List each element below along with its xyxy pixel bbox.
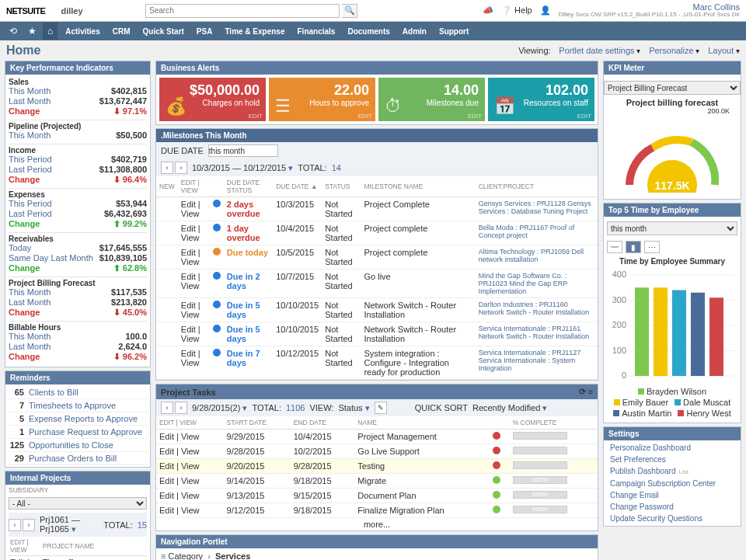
kpi-meter-portlet: KPI Meter Project Billing Forecast Proje… (603, 61, 741, 200)
alert-tile[interactable]: $50,000.00Charges on hold 💰 EDIT (159, 78, 266, 121)
status-dot-icon (213, 224, 221, 231)
settings-link[interactable]: Publish DashboardList (607, 465, 737, 478)
main-nav: ⟲ ★ ⌂ ActivitiesCRMQuick StartPSATime & … (0, 22, 746, 40)
svg-text:300: 300 (612, 295, 626, 304)
nav-crm[interactable]: CRM (106, 27, 137, 36)
nav-activities[interactable]: Activities (59, 27, 106, 36)
user-menu[interactable]: Marc Collins Dilley Svcs OW SRP v15.2_Bu… (559, 3, 740, 19)
nav-star-icon[interactable]: ★ (23, 23, 41, 40)
pt-more-link[interactable]: more... (364, 520, 390, 529)
pt-range-select[interactable]: 9/28/2015(2) ▾ (192, 403, 247, 413)
reminder-row[interactable]: 5Expense Reports to Approve (9, 412, 147, 426)
nav-support[interactable]: Support (433, 27, 475, 36)
status-dot-icon (213, 248, 221, 256)
feedback-icon[interactable]: 📣 (483, 5, 493, 16)
bar (691, 293, 705, 376)
milestone-row: Edit | View Due today10/5/2015Not Starte… (156, 245, 598, 270)
settings-link[interactable]: Set Preferences (607, 454, 737, 465)
status-dot-icon (493, 432, 500, 440)
nav-quick-start[interactable]: Quick Start (137, 27, 190, 36)
task-row: Edit | View 9/13/20159/15/2015Document P… (156, 489, 598, 503)
status-dot-icon (493, 491, 500, 499)
settings-link[interactable]: Update Security Questions (607, 513, 737, 524)
alert-tile[interactable]: 14.00Milestones due ⏱ EDIT (378, 78, 485, 121)
chart-bar-icon[interactable]: ▮ (626, 241, 641, 253)
bar (654, 287, 668, 376)
pt-quicksort-select[interactable]: Recently Modified ▾ (472, 403, 548, 413)
chart-line-icon[interactable]: 〰 (607, 241, 622, 253)
ms-next-button[interactable]: › (175, 162, 187, 174)
task-row: Edit | View 9/29/201510/4/2015Project Ma… (156, 430, 598, 444)
status-dot-icon (493, 461, 500, 469)
top5-portlet: Top 5 Time by Employee this month 〰 ▮ ⋯ … (603, 203, 741, 423)
duedate-input[interactable] (208, 144, 278, 157)
reminder-row[interactable]: 7Timesheets to Approve (9, 399, 147, 412)
settings-link[interactable]: Change Password (607, 501, 737, 513)
pt-view-select[interactable]: Status ▾ (338, 403, 369, 413)
milestone-row: Edit | View 2 days overdue10/3/2015Not S… (156, 197, 598, 221)
nav-financials[interactable]: Financials (291, 27, 342, 36)
search-wrap: 🔍 (145, 4, 357, 18)
milestone-row: Edit | View Due in 2 days10/7/2015Not St… (156, 270, 598, 298)
navigation-portlet-header: Navigation Portlet (156, 535, 598, 548)
subsidiary-select[interactable]: - All - (9, 497, 147, 510)
ms-range-select[interactable]: 10/3/2015 — 10/12/2015 ▾ (192, 163, 293, 173)
ip-next-button[interactable]: › (23, 519, 35, 531)
reminder-row[interactable]: 65Clients to Bill (9, 386, 147, 399)
settings-link[interactable]: Personalize Dashboard (607, 442, 737, 454)
milestone-row: Edit | View 1 day overdue10/4/2015Not St… (156, 221, 598, 245)
nav-admin[interactable]: Admin (396, 27, 433, 36)
kpi-portlet: Key Performance Indicators SalesThis Mon… (5, 61, 151, 367)
pt-next-button[interactable]: › (175, 402, 187, 414)
settings-link[interactable]: Campaign Subscription Center (607, 478, 737, 489)
internal-projects-header: Internal Projects (5, 471, 150, 485)
reminders-header: Reminders (5, 371, 150, 384)
status-dot-icon (493, 506, 500, 513)
topbar-right: 📣 ❔ Help 👤 Marc Collins Dilley Svcs OW S… (483, 3, 740, 19)
nav-documents[interactable]: Documents (341, 27, 396, 36)
milestone-row: Edit | View Due in 7 days10/12/2015Not S… (156, 346, 598, 380)
ip-prev-button[interactable]: ‹ (9, 519, 21, 531)
alert-tile[interactable]: 22.00Hours to approve ☰ EDIT (269, 78, 375, 121)
task-row: Edit | View 9/14/20159/18/2015Migrate 10… (156, 474, 598, 489)
global-search-input[interactable] (145, 4, 340, 18)
global-search-button[interactable]: 🔍 (342, 4, 357, 18)
ip-range-select[interactable]: Prj1061 — Prj1065 ▾ (40, 515, 99, 534)
kpi-meter-select[interactable]: Project Billing Forecast (604, 81, 741, 95)
gauge-chart: 117.5K (614, 115, 730, 193)
tasks-refresh-icon[interactable]: ⟳ (579, 387, 586, 396)
nav-psa[interactable]: PSA (190, 27, 219, 36)
portlet-date-settings-link[interactable]: Portlet date settings (559, 46, 634, 55)
nav-back-icon[interactable]: ⟲ (5, 23, 22, 40)
reminder-row[interactable]: 29Purchase Orders to Bill (9, 452, 147, 465)
reminder-row[interactable]: 125Opportunities to Close (9, 439, 147, 452)
chart-opts-icon[interactable]: ⋯ (644, 241, 660, 253)
top5-period-select[interactable]: this month (607, 221, 737, 235)
tile-icon: 📅 (494, 96, 515, 117)
user-avatar-icon[interactable]: 👤 (540, 5, 551, 16)
nav-time---expense[interactable]: Time & Expense (218, 27, 291, 36)
status-dot-icon (213, 272, 221, 280)
ms-prev-button[interactable]: ‹ (161, 162, 173, 174)
task-row: Edit | View 9/12/20159/18/2015Finalize M… (156, 503, 598, 518)
pt-prev-button[interactable]: ‹ (161, 402, 173, 414)
personalize-link[interactable]: Personalize (649, 46, 693, 55)
nav-home-icon[interactable]: ⌂ (43, 23, 58, 40)
task-row: Edit | View 9/20/20159/28/2015Testing (156, 459, 598, 474)
tile-icon: 💰 (166, 96, 186, 117)
milestone-row: Edit | View Due in 5 days10/10/2015Not S… (156, 298, 598, 322)
kpi-meter-header: KPI Meter (604, 61, 741, 75)
top5-chart: 0100200300400 (610, 267, 734, 384)
milestones-portlet: .Milestones This Month DUE DATE ‹ › 10/3… (155, 128, 598, 381)
legend-item: Austin Martin (613, 409, 671, 418)
layout-link[interactable]: Layout (708, 46, 734, 55)
settings-link[interactable]: Change Email (607, 489, 737, 501)
navport-breadcrumb: ≡ Category › Services (156, 548, 598, 560)
help-icon[interactable]: ❔ Help (501, 5, 532, 16)
tasks-menu-icon[interactable]: ≡ (588, 387, 593, 396)
reminder-row[interactable]: 1Purchase Request to Approve (9, 426, 147, 439)
legend-item: Dale Muscat (675, 398, 730, 407)
pt-view-edit-button[interactable]: ✎ (375, 402, 387, 414)
status-dot-icon (213, 349, 221, 357)
alert-tile[interactable]: 102.00Resources on staff 📅 EDIT (488, 78, 594, 121)
